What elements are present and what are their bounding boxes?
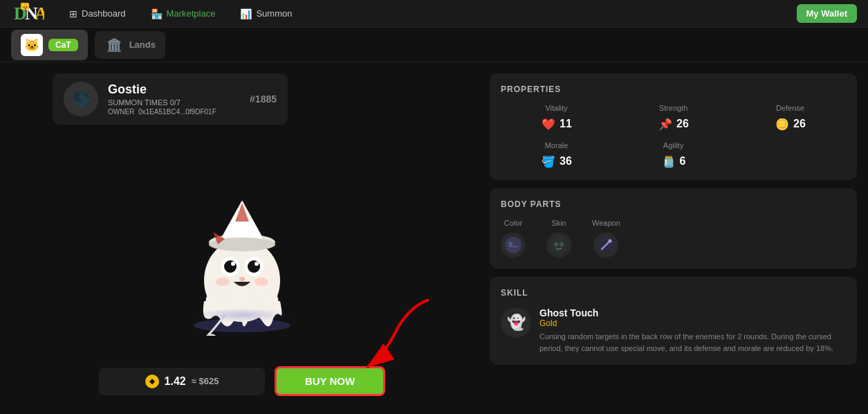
svg-point-21 bbox=[255, 278, 268, 286]
svg-point-18 bbox=[255, 262, 259, 266]
nav-summon[interactable]: 📊 Summon bbox=[234, 8, 297, 19]
skill-info: Ghost Touch Gold Cursing random targets … bbox=[539, 307, 846, 354]
wallet-button[interactable]: My Wallet bbox=[797, 4, 857, 23]
cat-image-area bbox=[166, 132, 318, 366]
dashboard-icon: ⊞ bbox=[69, 8, 77, 19]
strength-value-row: 📌 26 bbox=[658, 116, 689, 132]
prop-vitality: Vitality ❤️ 11 bbox=[501, 104, 612, 132]
properties-title: PROPERTIES bbox=[501, 84, 846, 94]
morale-value: 36 bbox=[560, 155, 572, 168]
svg-point-29 bbox=[554, 242, 558, 246]
bnb-icon: ◈ bbox=[145, 375, 159, 388]
prop-defense: Defense 🪙 26 bbox=[735, 104, 846, 132]
summon-label: Summon bbox=[256, 8, 292, 19]
properties-grid: Vitality ❤️ 11 Strength 📌 26 Defense bbox=[501, 104, 846, 169]
svg-point-33 bbox=[609, 240, 612, 243]
properties-card: PROPERTIES Vitality ❤️ 11 Strength 📌 26 bbox=[490, 73, 857, 180]
body-parts-title: BODY PARTS bbox=[501, 199, 846, 209]
part-color: Color bbox=[501, 219, 526, 258]
logo[interactable]: D N A 🐱 bbox=[11, 1, 44, 26]
right-panel: PROPERTIES Vitality ❤️ 11 Strength 📌 26 bbox=[484, 62, 868, 414]
vitality-icon: ❤️ bbox=[541, 116, 556, 132]
prop-strength: Strength 📌 26 bbox=[618, 104, 729, 132]
cat-name: Gostie bbox=[108, 82, 240, 97]
defense-value-row: 🪙 26 bbox=[775, 116, 806, 132]
weapon-label: Weapon bbox=[592, 219, 620, 227]
top-nav: D N A 🐱 ⊞ Dashboard 🏪 Marketplace 📊 Summ… bbox=[0, 0, 868, 28]
summon-times: SUMMON TIMES 0/7 bbox=[108, 98, 240, 107]
morale-value-row: 🪣 36 bbox=[541, 154, 572, 169]
svg-point-20 bbox=[216, 278, 230, 286]
agility-value: 6 bbox=[680, 155, 686, 168]
svg-point-30 bbox=[560, 242, 564, 246]
prop-agility: Agility 🫙 6 bbox=[618, 141, 729, 169]
agility-value-row: 🫙 6 bbox=[661, 154, 686, 169]
cat-tab-icon: 🐱 bbox=[21, 34, 43, 56]
owner-label: OWNER bbox=[108, 108, 134, 116]
strength-label: Strength bbox=[659, 104, 688, 112]
color-icon bbox=[501, 233, 526, 258]
lands-tab-label: Lands bbox=[129, 39, 156, 50]
cat-avatar: 🌑 bbox=[64, 82, 98, 116]
skill-rarity: Gold bbox=[539, 318, 846, 328]
morale-label: Morale bbox=[545, 141, 569, 150]
svg-point-17 bbox=[248, 260, 260, 273]
skin-icon bbox=[546, 233, 571, 258]
cat-avatar-icon: 🌑 bbox=[72, 90, 91, 108]
tab-cat[interactable]: 🐱 CaT bbox=[11, 30, 88, 60]
cat-tab-label: CaT bbox=[48, 39, 78, 51]
marketplace-icon: 🏪 bbox=[151, 8, 163, 19]
lands-tab-icon: 🏛️ bbox=[104, 35, 124, 55]
svg-point-14 bbox=[224, 260, 237, 273]
cat-shadow bbox=[194, 308, 290, 322]
cat-header-card: 🌑 Gostie SUMMON TIMES 0/7 OWNER 0x1EA51B… bbox=[53, 73, 288, 125]
svg-point-15 bbox=[231, 262, 235, 266]
skill-detail: 👻 Ghost Touch Gold Cursing random target… bbox=[501, 307, 846, 354]
svg-text:🐱: 🐱 bbox=[21, 3, 30, 11]
nav-dashboard[interactable]: ⊞ Dashboard bbox=[64, 8, 131, 19]
cat-info: Gostie SUMMON TIMES 0/7 OWNER 0x1EA51BC4… bbox=[108, 82, 240, 116]
summon-icon: 📊 bbox=[240, 8, 252, 19]
nav-marketplace[interactable]: 🏪 Marketplace bbox=[145, 8, 221, 19]
cat-figure bbox=[166, 170, 318, 329]
body-parts-card: BODY PARTS Color Skin bbox=[490, 188, 857, 269]
arrow-overlay bbox=[297, 293, 436, 376]
weapon-icon bbox=[593, 233, 618, 258]
parts-grid: Color Skin bbox=[501, 219, 846, 258]
svg-point-25 bbox=[505, 237, 521, 253]
price-display: ◈ 1.42 ≈ $625 bbox=[99, 368, 265, 395]
svg-point-28 bbox=[551, 237, 567, 253]
prop-morale: Morale 🪣 36 bbox=[501, 141, 612, 169]
defense-label: Defense bbox=[776, 104, 804, 112]
buy-now-button[interactable]: BUY NOW bbox=[275, 366, 385, 396]
skill-icon: 👻 bbox=[501, 307, 531, 338]
morale-icon: 🪣 bbox=[541, 154, 556, 169]
skill-title: SKILL bbox=[501, 288, 846, 298]
part-skin: Skin bbox=[546, 219, 571, 258]
svg-point-26 bbox=[508, 242, 513, 246]
vitality-label: Vitality bbox=[545, 104, 567, 112]
defense-icon: 🪙 bbox=[775, 116, 790, 132]
marketplace-label: Marketplace bbox=[167, 8, 216, 19]
main-content: 🌑 Gostie SUMMON TIMES 0/7 OWNER 0x1EA51B… bbox=[0, 62, 868, 414]
strength-icon: 📌 bbox=[658, 116, 673, 132]
vitality-value-row: ❤️ 11 bbox=[541, 116, 572, 132]
cat-id: #1885 bbox=[250, 93, 277, 105]
svg-text:A: A bbox=[35, 3, 44, 24]
tabs-bar: 🐱 CaT 🏛️ Lands bbox=[0, 28, 868, 62]
skill-card: SKILL 👻 Ghost Touch Gold Cursing random … bbox=[490, 277, 857, 365]
agility-label: Agility bbox=[663, 141, 683, 150]
defense-value: 26 bbox=[793, 118, 806, 130]
bnb-amount: 1.42 bbox=[165, 375, 186, 388]
skin-label: Skin bbox=[551, 219, 566, 227]
tab-lands[interactable]: 🏛️ Lands bbox=[95, 31, 165, 59]
price-bar: ◈ 1.42 ≈ $625 BUY NOW bbox=[11, 366, 473, 396]
usd-price: ≈ $625 bbox=[192, 376, 219, 386]
owner-address: OWNER 0x1EA51BC4...0f9DF01F bbox=[108, 108, 240, 116]
dashboard-label: Dashboard bbox=[82, 8, 126, 19]
vitality-value: 11 bbox=[560, 118, 572, 130]
strength-value: 26 bbox=[676, 118, 689, 130]
agility-icon: 🫙 bbox=[661, 154, 676, 169]
svg-point-19 bbox=[239, 277, 245, 281]
color-label: Color bbox=[504, 219, 522, 227]
